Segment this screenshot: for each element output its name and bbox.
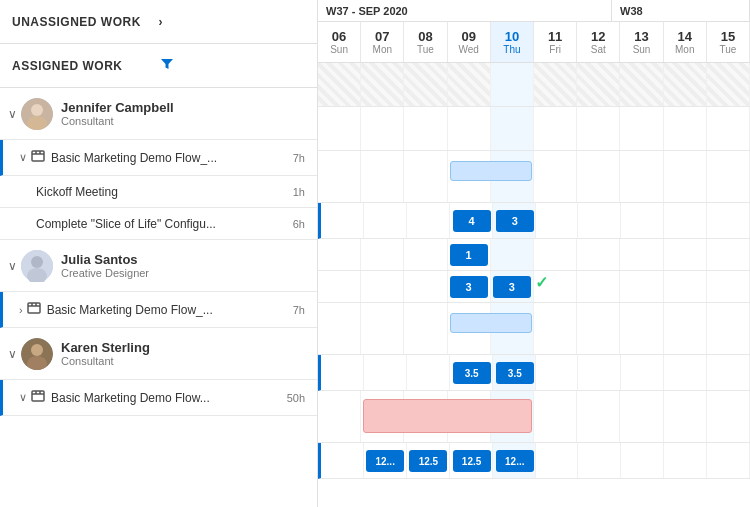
gantt-jennifer-project: 4 3	[318, 203, 750, 239]
kickoff-bar-1: 1	[450, 244, 488, 266]
chevron-right-icon-proj-julia[interactable]: ›	[19, 304, 23, 316]
gantt-cell	[664, 63, 707, 106]
unassigned-work-row[interactable]: UNASSIGNED WORK ›	[0, 0, 317, 44]
julia-project-hours: 7h	[293, 304, 305, 316]
svg-rect-3	[32, 151, 44, 161]
project-icon-julia	[27, 301, 41, 318]
gantt-cell	[707, 63, 750, 106]
day-11: 11 Fri	[534, 22, 577, 62]
task-row-kickoff: Kickoff Meeting 1h	[0, 176, 317, 208]
project-row-jennifer: ∨ Basic Marketing Demo Flow_... 7h	[0, 140, 317, 176]
week-row: W37 - SEP 2020 W38	[318, 0, 750, 22]
project-icon-karen	[31, 389, 45, 406]
task-row-slice: Complete "Slice of Life" Configu... 6h	[0, 208, 317, 240]
avatar-julia	[21, 250, 53, 282]
slice-bar-3a: 3	[450, 276, 488, 298]
person-row-karen: ∨ Karen Sterling Consultant	[0, 328, 317, 380]
unassigned-label: UNASSIGNED WORK	[12, 15, 159, 29]
slice-checkmark-icon: ✓	[535, 273, 548, 292]
day-row: 06 Sun 07 Mon 08 Tue 09 Wed 10 Thu	[318, 22, 750, 62]
gantt-slice-task: 3 3 ✓	[318, 271, 750, 303]
day-08: 08 Tue	[404, 22, 447, 62]
jennifer-project-hours: 7h	[293, 152, 305, 164]
slice-task-hours: 6h	[293, 218, 305, 230]
julia-bar-3-5a: 3.5	[453, 362, 491, 384]
chevron-down-icon-proj-karen[interactable]: ∨	[19, 391, 27, 404]
gantt-cell	[448, 63, 491, 106]
chevron-right-icon: ›	[159, 15, 306, 29]
julia-info: Julia Santos Creative Designer	[61, 252, 309, 279]
chevron-down-icon-julia[interactable]: ∨	[8, 259, 17, 273]
svg-rect-7	[28, 303, 40, 313]
kickoff-task-name: Kickoff Meeting	[36, 185, 293, 199]
assigned-label: ASSIGNED WORK	[12, 59, 159, 73]
gantt-julia-project: 3.5 3.5	[318, 355, 750, 391]
karen-project-name: Basic Marketing Demo Flow...	[51, 391, 287, 405]
karen-overalloc-bar	[363, 399, 532, 433]
gantt-body: 4 3 1	[318, 63, 750, 507]
julia-name: Julia Santos	[61, 252, 309, 267]
karen-bar-12b: 12...	[496, 450, 534, 472]
karen-project-hours: 50h	[287, 392, 305, 404]
avatar-karen	[21, 338, 53, 370]
gantt-cell	[534, 63, 577, 106]
week-w37: W37 - SEP 2020	[318, 0, 612, 21]
gantt-karen-project: 12... 12.5 12.5 12...	[318, 443, 750, 479]
day-15: 15 Tue	[707, 22, 750, 62]
svg-point-9	[31, 344, 43, 356]
gantt-julia-person	[318, 303, 750, 355]
person-row-jennifer: ∨ Jennifer Campbell Consultant	[0, 88, 317, 140]
karen-bar-12a: 12...	[366, 450, 404, 472]
gantt-unassigned-row	[318, 63, 750, 107]
jennifer-name: Jennifer Campbell	[61, 100, 309, 115]
svg-point-1	[31, 104, 43, 116]
day-06: 06 Sun	[318, 22, 361, 62]
kickoff-task-hours: 1h	[293, 186, 305, 198]
gantt-cell	[577, 63, 620, 106]
karen-bar-12-5a: 12.5	[409, 450, 447, 472]
day-07: 07 Mon	[361, 22, 404, 62]
gantt-cell	[491, 63, 534, 106]
karen-name: Karen Sterling	[61, 340, 309, 355]
jennifer-project-bar-3: 3	[496, 210, 534, 232]
day-09: 09 Wed	[448, 22, 491, 62]
gantt-cell	[318, 63, 361, 106]
julia-bar-3-5b: 3.5	[496, 362, 534, 384]
gantt-assigned-row	[318, 107, 750, 151]
jennifer-project-name: Basic Marketing Demo Flow_...	[51, 151, 293, 165]
slice-task-name: Complete "Slice of Life" Configu...	[36, 217, 293, 231]
day-13: 13 Sun	[620, 22, 663, 62]
avatar-jennifer	[21, 98, 53, 130]
karen-role: Consultant	[61, 355, 309, 367]
julia-role: Creative Designer	[61, 267, 309, 279]
karen-bar-12-5b: 12.5	[453, 450, 491, 472]
gantt-header: W37 - SEP 2020 W38 06 Sun 07 Mon 08 Tue	[318, 0, 750, 63]
day-12: 12 Sat	[577, 22, 620, 62]
chevron-down-icon-jennifer[interactable]: ∨	[8, 107, 17, 121]
filter-icon[interactable]	[159, 56, 306, 75]
day-10: 10 Thu	[491, 22, 534, 62]
jennifer-role: Consultant	[61, 115, 309, 127]
gantt-cell	[361, 63, 404, 106]
slice-bar-3b: 3	[493, 276, 531, 298]
assigned-work-row: ASSIGNED WORK	[0, 44, 317, 88]
jennifer-project-bar-4: 4	[453, 210, 491, 232]
karen-info: Karen Sterling Consultant	[61, 340, 309, 367]
gantt-cell	[404, 63, 447, 106]
jennifer-allocation-bar	[450, 161, 532, 181]
week-w38: W38	[612, 0, 750, 21]
svg-point-5	[31, 256, 43, 268]
day-14: 14 Mon	[664, 22, 707, 62]
julia-allocation-bar	[450, 313, 532, 333]
svg-rect-11	[32, 391, 44, 401]
project-icon	[31, 149, 45, 166]
jennifer-info: Jennifer Campbell Consultant	[61, 100, 309, 127]
gantt-jennifer-person	[318, 151, 750, 203]
chevron-down-icon-proj-jennifer[interactable]: ∨	[19, 151, 27, 164]
julia-project-name: Basic Marketing Demo Flow_...	[47, 303, 293, 317]
project-row-julia: › Basic Marketing Demo Flow_... 7h	[0, 292, 317, 328]
person-row-julia: ∨ Julia Santos Creative Designer	[0, 240, 317, 292]
gantt-cell	[620, 63, 663, 106]
chevron-down-icon-karen[interactable]: ∨	[8, 347, 17, 361]
project-row-karen: ∨ Basic Marketing Demo Flow... 50h	[0, 380, 317, 416]
